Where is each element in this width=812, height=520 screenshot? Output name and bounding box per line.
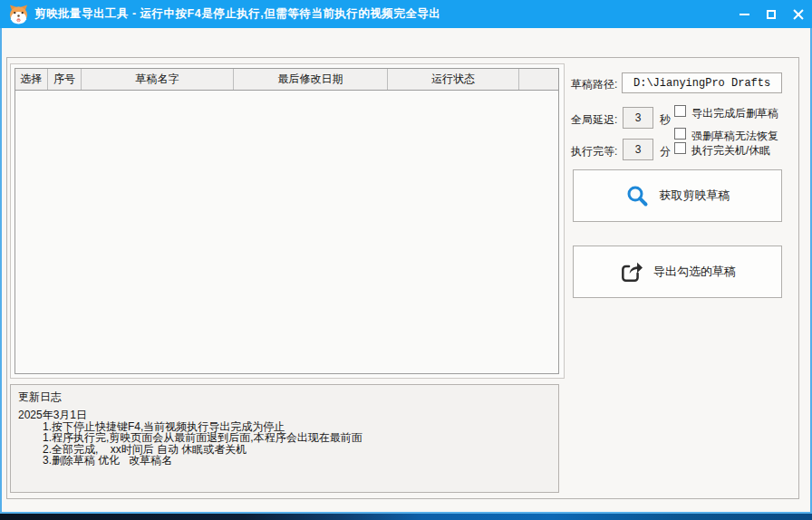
drafts-table-header: 选择 序号 草稿名字 最后修改日期 运行状态 bbox=[15, 69, 558, 91]
seconds-unit-label: 秒 bbox=[660, 112, 671, 128]
column-header-spacer bbox=[519, 69, 558, 90]
wait-after-input[interactable] bbox=[623, 139, 653, 160]
fetch-drafts-button[interactable]: 获取剪映草稿 bbox=[573, 169, 782, 222]
close-icon bbox=[793, 9, 804, 20]
global-delay-input[interactable] bbox=[623, 107, 653, 129]
screen: 剪映批量导出工具 - 运行中按F4是停止执行,但需等待当前执行的视频完全导出 选… bbox=[0, 0, 812, 520]
taskbar-strip[interactable] bbox=[0, 514, 812, 520]
update-log-title: 更新日志 bbox=[18, 390, 62, 405]
wait-after-label: 执行完等: bbox=[571, 144, 617, 159]
draft-path-label: 草稿路径: bbox=[571, 77, 617, 92]
window-titlebar: 剪映批量导出工具 - 运行中按F4是停止执行,但需等待当前执行的视频完全导出 bbox=[0, 0, 812, 28]
shutdown-sleep-label: 执行完关机/休眠 bbox=[691, 143, 770, 159]
drafts-table: 选择 序号 草稿名字 最后修改日期 运行状态 bbox=[14, 68, 559, 374]
column-header-select[interactable]: 选择 bbox=[15, 69, 48, 90]
export-selected-label: 导出勾选的草稿 bbox=[653, 264, 736, 280]
update-log-item: 3.删除草稿 优化 改草稿名 bbox=[18, 455, 553, 467]
draft-path-input[interactable] bbox=[622, 72, 782, 93]
close-button[interactable] bbox=[785, 0, 812, 28]
update-log-panel: 更新日志 2025年3月1日 1.按下停止快捷键F4,当前视频执行导出完成为停止… bbox=[10, 384, 559, 493]
update-log-body: 2025年3月1日 1.按下停止快捷键F4,当前视频执行导出完成为停止 1.程序… bbox=[18, 409, 553, 467]
column-header-run-status[interactable]: 运行状态 bbox=[388, 69, 519, 90]
column-header-index[interactable]: 序号 bbox=[48, 69, 82, 90]
window-controls bbox=[730, 0, 812, 28]
maximize-icon bbox=[767, 10, 776, 19]
dog-mascot-icon bbox=[8, 4, 29, 24]
global-delay-label: 全局延迟: bbox=[571, 112, 617, 128]
window-title: 剪映批量导出工具 - 运行中按F4是停止执行,但需等待当前执行的视频完全导出 bbox=[34, 6, 440, 22]
search-icon bbox=[625, 184, 649, 207]
column-header-modified-date[interactable]: 最后修改日期 bbox=[234, 69, 388, 90]
delete-after-export-label: 导出完成后删草稿 bbox=[691, 106, 778, 121]
minimize-icon bbox=[740, 14, 749, 15]
update-log-date: 2025年3月1日 bbox=[18, 409, 553, 421]
force-delete-checkbox[interactable] bbox=[674, 128, 686, 140]
export-share-icon bbox=[619, 260, 643, 284]
minimize-button[interactable] bbox=[730, 0, 758, 28]
export-selected-button[interactable]: 导出勾选的草稿 bbox=[573, 246, 782, 298]
maximize-button[interactable] bbox=[758, 0, 785, 28]
drafts-table-body bbox=[15, 91, 558, 373]
force-delete-label: 强删草稿无法恢复 bbox=[691, 129, 778, 144]
column-header-draft-name[interactable]: 草稿名字 bbox=[82, 69, 234, 90]
delete-after-export-checkbox[interactable] bbox=[674, 105, 686, 117]
update-log-item: 1.程序执行完,剪映页面会从最前面退到后面,本程序会出现在最前面 bbox=[18, 432, 553, 444]
fetch-drafts-label: 获取剪映草稿 bbox=[660, 188, 730, 204]
shutdown-sleep-checkbox[interactable] bbox=[674, 142, 686, 154]
minutes-unit-label: 分 bbox=[660, 144, 671, 159]
